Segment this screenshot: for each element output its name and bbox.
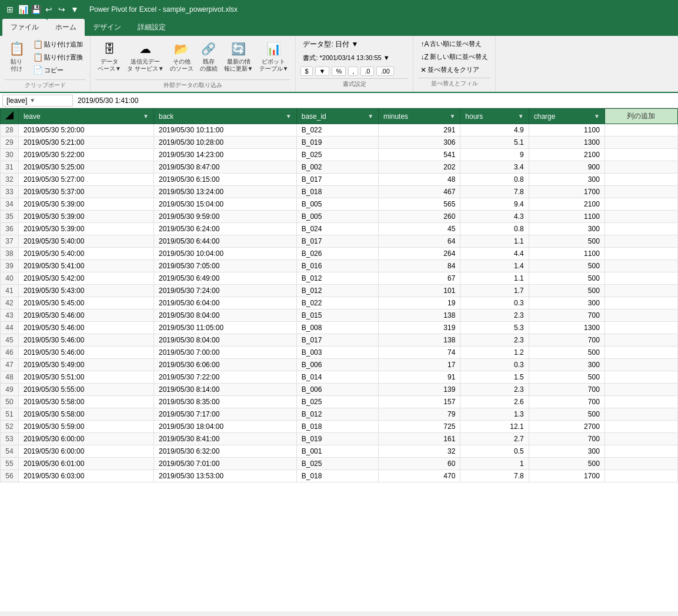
- cell-leave[interactable]: 2019/05/30 5:40:00: [19, 248, 154, 260]
- col-header-minutes[interactable]: minutes ▼: [379, 109, 460, 124]
- cell-minutes[interactable]: 725: [379, 421, 460, 433]
- cell-leave[interactable]: 2019/05/30 5:42:00: [19, 272, 154, 285]
- cell-minutes[interactable]: 541: [379, 149, 460, 161]
- cell-leave[interactable]: 2019/05/30 5:51:00: [19, 371, 154, 384]
- cell-leave[interactable]: 2019/05/30 5:45:00: [19, 297, 154, 309]
- cell-leave[interactable]: 2019/05/30 5:39:00: [19, 198, 154, 211]
- cell-hours[interactable]: 1.1: [460, 272, 529, 285]
- cell-base-id[interactable]: B_017: [296, 174, 378, 186]
- cell-base-id[interactable]: B_022: [296, 124, 378, 136]
- table-row[interactable]: 342019/05/30 5:39:002019/05/30 15:04:00B…: [1, 198, 678, 211]
- cell-back[interactable]: 2019/05/30 8:04:00: [154, 309, 297, 322]
- cell-charge[interactable]: 500: [529, 235, 604, 248]
- cell-back[interactable]: 2019/05/30 8:47:00: [154, 161, 297, 174]
- table-row[interactable]: 492019/05/30 5:55:002019/05/30 8:14:00B_…: [1, 384, 678, 396]
- tab-file[interactable]: ファイル: [2, 19, 47, 36]
- cell-charge[interactable]: 700: [529, 334, 604, 347]
- cell-minutes[interactable]: 260: [379, 211, 460, 223]
- col-header-charge[interactable]: charge ▼: [529, 109, 604, 124]
- table-row[interactable]: 362019/05/30 5:39:002019/05/30 6:24:00B_…: [1, 223, 678, 235]
- cell-minutes[interactable]: 79: [379, 408, 460, 421]
- cell-base-id[interactable]: B_017: [296, 235, 378, 248]
- cell-base-id[interactable]: B_022: [296, 297, 378, 309]
- col-filter-hours[interactable]: ▼: [518, 113, 524, 119]
- cell-leave[interactable]: 2019/05/30 5:39:00: [19, 223, 154, 235]
- cell-hours[interactable]: 0.5: [460, 445, 529, 458]
- currency-dropdown[interactable]: ▼: [315, 66, 330, 76]
- cell-back[interactable]: 2019/05/30 14:23:00: [154, 149, 297, 161]
- col-filter-leave[interactable]: ▼: [143, 113, 149, 119]
- cell-hours[interactable]: 7.8: [460, 470, 529, 482]
- cell-back[interactable]: 2019/05/30 7:22:00: [154, 371, 297, 384]
- paste-add-button[interactable]: 📋 貼り付け追加: [31, 38, 85, 50]
- cell-hours[interactable]: 1.4: [460, 260, 529, 272]
- cell-leave[interactable]: 2019/05/30 5:46:00: [19, 334, 154, 347]
- cell-charge[interactable]: 1700: [529, 186, 604, 198]
- cell-base-id[interactable]: B_018: [296, 421, 378, 433]
- cell-leave[interactable]: 2019/05/30 5:27:00: [19, 174, 154, 186]
- cell-charge[interactable]: 700: [529, 433, 604, 445]
- cell-back[interactable]: 2019/05/30 7:00:00: [154, 347, 297, 359]
- cell-leave[interactable]: 2019/05/30 6:00:00: [19, 433, 154, 445]
- cell-minutes[interactable]: 74: [379, 347, 460, 359]
- cell-minutes[interactable]: 60: [379, 458, 460, 470]
- cell-leave[interactable]: 2019/05/30 6:03:00: [19, 470, 154, 482]
- existing-connections-button[interactable]: 🔗 既存の接続: [197, 38, 221, 74]
- table-row[interactable]: 552019/05/30 6:01:002019/05/30 7:01:00B_…: [1, 458, 678, 470]
- cell-leave[interactable]: 2019/05/30 5:46:00: [19, 347, 154, 359]
- cell-back[interactable]: 2019/05/30 18:04:00: [154, 421, 297, 433]
- cell-base-id[interactable]: B_025: [296, 149, 378, 161]
- cell-leave[interactable]: 2019/05/30 5:21:00: [19, 136, 154, 149]
- cell-charge[interactable]: 700: [529, 384, 604, 396]
- cell-leave[interactable]: 2019/05/30 5:46:00: [19, 322, 154, 334]
- cell-minutes[interactable]: 470: [379, 470, 460, 482]
- table-row[interactable]: 562019/05/30 6:03:002019/05/30 13:53:00B…: [1, 470, 678, 482]
- cell-minutes[interactable]: 157: [379, 396, 460, 408]
- cell-back[interactable]: 2019/05/30 6:24:00: [154, 223, 297, 235]
- cell-base-id[interactable]: B_025: [296, 396, 378, 408]
- cell-minutes[interactable]: 64: [379, 235, 460, 248]
- table-container[interactable]: leave ▼ back ▼ base_id ▼: [0, 108, 678, 611]
- table-row[interactable]: 352019/05/30 5:39:002019/05/30 9:59:00B_…: [1, 211, 678, 223]
- cell-back[interactable]: 2019/05/30 9:59:00: [154, 211, 297, 223]
- cell-leave[interactable]: 2019/05/30 5:22:00: [19, 149, 154, 161]
- cell-base-id[interactable]: B_026: [296, 248, 378, 260]
- table-row[interactable]: 372019/05/30 5:40:002019/05/30 6:44:00B_…: [1, 235, 678, 248]
- cell-charge[interactable]: 1300: [529, 322, 604, 334]
- cell-base-id[interactable]: B_005: [296, 198, 378, 211]
- cell-back[interactable]: 2019/05/30 6:49:00: [154, 272, 297, 285]
- cell-leave[interactable]: 2019/05/30 5:43:00: [19, 285, 154, 297]
- undo-icon[interactable]: ↩: [44, 4, 54, 15]
- table-row[interactable]: 282019/05/30 5:20:002019/05/30 10:11:00B…: [1, 124, 678, 136]
- sort-asc-button[interactable]: ↑A 古い順に並べ替え: [418, 38, 490, 49]
- cell-base-id[interactable]: B_017: [296, 334, 378, 347]
- name-box-dropdown[interactable]: ▼: [29, 97, 35, 104]
- cell-back[interactable]: 2019/05/30 8:14:00: [154, 384, 297, 396]
- cell-minutes[interactable]: 17: [379, 359, 460, 371]
- table-row[interactable]: 432019/05/30 5:46:002019/05/30 8:04:00B_…: [1, 309, 678, 322]
- save-icon[interactable]: 💾: [31, 4, 41, 15]
- table-row[interactable]: 482019/05/30 5:51:002019/05/30 7:22:00B_…: [1, 371, 678, 384]
- table-row[interactable]: 392019/05/30 5:41:002019/05/30 7:05:00B_…: [1, 260, 678, 272]
- table-row[interactable]: 412019/05/30 5:43:002019/05/30 7:24:00B_…: [1, 285, 678, 297]
- cell-base-id[interactable]: B_014: [296, 371, 378, 384]
- cell-base-id[interactable]: B_002: [296, 161, 378, 174]
- cell-minutes[interactable]: 291: [379, 124, 460, 136]
- table-row[interactable]: 402019/05/30 5:42:002019/05/30 6:49:00B_…: [1, 272, 678, 285]
- cell-charge[interactable]: 300: [529, 223, 604, 235]
- cell-base-id[interactable]: B_006: [296, 384, 378, 396]
- cell-charge[interactable]: 900: [529, 161, 604, 174]
- cell-hours[interactable]: 1.3: [460, 408, 529, 421]
- cell-hours[interactable]: 2.3: [460, 334, 529, 347]
- table-row[interactable]: 472019/05/30 5:49:002019/05/30 6:06:00B_…: [1, 359, 678, 371]
- cell-leave[interactable]: 2019/05/30 6:01:00: [19, 458, 154, 470]
- cell-minutes[interactable]: 19: [379, 297, 460, 309]
- cell-minutes[interactable]: 91: [379, 371, 460, 384]
- cell-back[interactable]: 2019/05/30 6:15:00: [154, 174, 297, 186]
- cell-charge[interactable]: 1700: [529, 470, 604, 482]
- cell-charge[interactable]: 1100: [529, 248, 604, 260]
- cell-hours[interactable]: 4.4: [460, 248, 529, 260]
- col-filter-back[interactable]: ▼: [286, 113, 292, 119]
- redo-icon[interactable]: ↪: [56, 4, 67, 15]
- cell-leave[interactable]: 2019/05/30 5:37:00: [19, 186, 154, 198]
